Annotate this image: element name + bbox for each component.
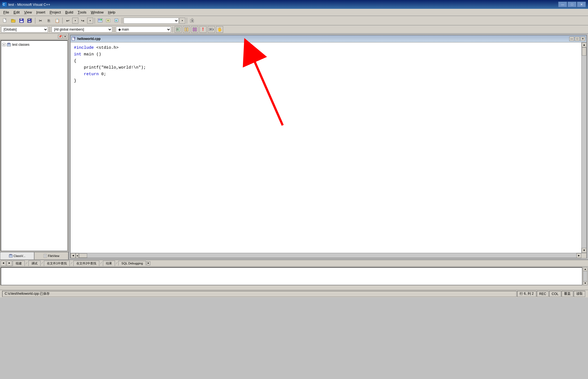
tab-fileview-label: FileView <box>48 254 59 258</box>
output-tab-scroll-right[interactable]: ► <box>146 261 150 265</box>
menu-window[interactable]: Window <box>89 9 106 15</box>
save-button[interactable] <box>18 17 25 24</box>
svg-rect-29 <box>195 28 197 31</box>
output-tabs-bar: ◄ ► 组建 / 调试 / 在文件1中查找 / 在文件2中查找 / 结果 / S… <box>0 260 588 267</box>
output-tab-build[interactable]: 组建 <box>13 261 25 266</box>
menu-build[interactable]: Build <box>63 9 76 15</box>
svg-rect-16 <box>106 19 110 22</box>
output-tab-find2[interactable]: 在文件2中查找 <box>73 261 99 266</box>
resource-editor-button[interactable] <box>96 17 104 24</box>
add-resource-button[interactable]: + <box>113 17 121 24</box>
output-scroll-up[interactable]: ▲ <box>583 267 587 271</box>
editor-scrollbar-horizontal[interactable]: ◄ ◄ ► <box>71 253 586 258</box>
output-tab-sql-label: SQL Debugging <box>121 262 143 265</box>
scroll-h-track[interactable] <box>79 253 576 258</box>
members-dropdown[interactable]: [All global members] <box>52 26 112 33</box>
output-scrollbar[interactable]: ▲ ▼ <box>583 267 587 285</box>
save-all-button[interactable] <box>26 17 34 24</box>
main-area: 📌 ✕ + test classes ClassV... <box>0 34 588 259</box>
status-read: 读取 <box>574 291 585 297</box>
editor-scrollbar-vertical[interactable]: ▲ ▼ <box>581 42 586 253</box>
editor-minimize-button[interactable]: — <box>569 37 574 41</box>
svg-rect-26 <box>185 28 186 31</box>
configure-tools-button[interactable] <box>188 17 196 24</box>
menu-edit[interactable]: Edit <box>11 9 22 15</box>
scroll-right-button[interactable]: ► <box>576 253 581 258</box>
code-line-5: return 0; <box>74 71 578 78</box>
cut-button[interactable]: ✂ <box>37 17 44 24</box>
close-button[interactable]: ✕ <box>577 2 586 7</box>
maximize-button[interactable]: □ <box>568 2 576 7</box>
svg-rect-10 <box>28 19 30 20</box>
nav-btn-hand[interactable]: 🖐 <box>216 26 223 33</box>
menu-file[interactable]: File <box>1 9 11 15</box>
open-file-button[interactable] <box>9 17 17 24</box>
status-position-text: 行 6, 列 2 <box>520 291 534 296</box>
menu-tools[interactable]: Tools <box>75 9 89 15</box>
menu-insert[interactable]: Insert <box>34 9 48 15</box>
nav-btn-2[interactable] <box>183 26 190 33</box>
status-path-text: C:\c\test\helloworld.cpp 已保存 <box>5 291 50 296</box>
nav-btn-5[interactable] <box>208 26 215 33</box>
copy-button[interactable]: ⎘ <box>45 17 53 24</box>
class-wizard-button[interactable] <box>105 17 112 24</box>
tab-fileview[interactable]: FileView <box>34 252 68 259</box>
nav-btn-1[interactable]: R <box>175 26 182 33</box>
tab-sep-2: / <box>41 262 44 265</box>
output-tab-find1[interactable]: 在文件1中查找 <box>44 261 70 266</box>
status-position: 行 6, 列 2 <box>517 291 536 297</box>
cpp-file-icon <box>72 37 76 41</box>
output-scroll-down[interactable]: ▼ <box>583 281 587 285</box>
redo-button[interactable]: ↪ <box>79 17 87 24</box>
minimize-button[interactable]: — <box>558 2 567 7</box>
nav-bar: [Globals] [All global members] ◆ main R … <box>0 25 588 34</box>
config-dropdown[interactable] <box>124 18 179 24</box>
redo-dropdown[interactable]: ▾ <box>87 18 93 24</box>
status-col: COL <box>549 291 561 297</box>
app-icon: C <box>2 2 7 7</box>
output-tab-sql[interactable]: SQL Debugging <box>118 261 146 266</box>
nav-btn-3[interactable] <box>191 26 198 33</box>
svg-point-22 <box>191 20 193 22</box>
output-prev-button[interactable]: ◄ <box>1 261 6 266</box>
function-dropdown[interactable]: ◆ main <box>116 26 171 33</box>
tab-sep-3: / <box>70 262 73 265</box>
editor-maximize-button[interactable]: □ <box>575 37 580 41</box>
editor-close-button[interactable]: ✕ <box>580 37 585 41</box>
left-panel: 📌 ✕ + test classes ClassV... <box>0 34 69 259</box>
scroll-track[interactable] <box>582 47 586 248</box>
tree-expand-button[interactable]: + <box>2 43 6 46</box>
output-scroll-track[interactable] <box>583 271 587 281</box>
scroll-down-button[interactable]: ▼ <box>582 248 586 253</box>
panel-pin-button[interactable]: 📌 <box>58 35 62 39</box>
scroll-h-thumb[interactable] <box>79 253 87 258</box>
config-dropdown-btn[interactable]: ▾ <box>179 18 185 24</box>
undo-button[interactable]: ↩ <box>64 17 72 24</box>
code-editor[interactable]: #include <stdio.h> int main () { printf(… <box>71 42 581 253</box>
status-rec-text: REC <box>539 292 546 296</box>
output-tab-results[interactable]: 结果 <box>103 261 115 266</box>
title-bar: C test - Microsoft Visual C++ — □ ✕ <box>0 0 588 9</box>
scroll-left-small-button[interactable]: ◄ <box>76 253 79 258</box>
menu-view[interactable]: View <box>22 9 34 15</box>
tree-root-item[interactable]: + test classes <box>2 42 66 47</box>
status-col-text: COL <box>552 292 558 296</box>
scroll-left-button[interactable]: ◄ <box>71 253 76 258</box>
paste-button[interactable]: 📋 <box>53 17 61 24</box>
scroll-thumb[interactable] <box>582 47 586 56</box>
panel-close-button[interactable]: ✕ <box>63 35 67 39</box>
undo-dropdown[interactable]: ▾ <box>72 18 78 24</box>
toolbar-sep-3 <box>95 18 95 24</box>
new-file-button[interactable] <box>1 17 9 24</box>
globals-dropdown[interactable]: [Globals] <box>1 26 48 33</box>
output-tab-debug[interactable]: 调试 <box>28 261 41 266</box>
svg-text:C: C <box>3 3 5 6</box>
tab-classview[interactable]: ClassV... <box>0 252 34 259</box>
scroll-up-button[interactable]: ▲ <box>582 42 586 47</box>
menu-help[interactable]: Help <box>106 9 118 15</box>
menu-project[interactable]: Project <box>47 9 63 15</box>
output-next-button[interactable]: ► <box>7 261 12 266</box>
nav-btn-exclaim[interactable]: ! <box>199 26 207 33</box>
main-toolbar: ✂ ⎘ 📋 ↩ ▾ ↪ ▾ + ▾ <box>0 16 588 25</box>
output-content[interactable] <box>1 267 582 285</box>
